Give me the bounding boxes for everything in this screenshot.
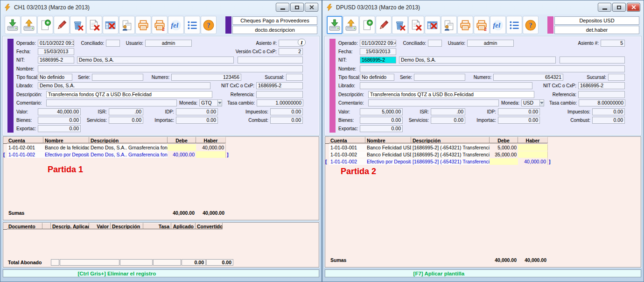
fecha-field[interactable]: 15/03/2013: [38, 48, 74, 55]
operado-field[interactable]: 01/10/2022 09:41: [360, 40, 396, 47]
print-detail-button[interactable]: [474, 16, 490, 34]
tasa-cambio-field[interactable]: 8.00000000: [579, 99, 625, 106]
valor-field[interactable]: 5,000.00: [360, 108, 403, 115]
conciliado-field[interactable]: [106, 40, 120, 47]
delete-detail-button[interactable]: [425, 16, 441, 34]
version-field[interactable]: 2: [279, 48, 303, 55]
fel-button[interactable]: [168, 16, 184, 34]
operado-field[interactable]: 01/10/2022 09:35: [38, 40, 74, 47]
titlebar[interactable]: DPUSD 03/2013 (Marzo de 2013): [322, 0, 644, 14]
tasa-cambio-field[interactable]: 1.00000000: [257, 99, 303, 106]
descripcion-cell[interactable]: Demo Dos, S.A.. Grnasferencia fondos QTZ…: [89, 144, 168, 151]
delete-detail-button[interactable]: [103, 16, 119, 34]
descripcion-field[interactable]: Transferencia fondos QTZ a USD Bco.Felic…: [368, 91, 534, 98]
nombre-cell[interactable]: Efectivo por Depositar: [43, 151, 89, 158]
new-record-button[interactable]: [359, 16, 375, 34]
doc-type-selector[interactable]: Cheques Pago a Proveedores: [232, 16, 317, 25]
save-button[interactable]: [5, 16, 21, 34]
debe-cell[interactable]: [490, 158, 518, 165]
debe-cell[interactable]: [168, 144, 196, 151]
minimize-button[interactable]: [598, 3, 611, 12]
sucursal-field[interactable]: [286, 74, 303, 81]
servicios-field[interactable]: 0.00: [109, 117, 143, 124]
valor-field[interactable]: 40,000.00: [38, 108, 81, 115]
grid-row-selected[interactable]: [ 1-01-01-002 Efectivo por Depositar [16…: [325, 158, 641, 165]
haber-cell[interactable]: [518, 151, 548, 158]
save-button[interactable]: [327, 16, 343, 34]
descripcion-field[interactable]: Transferencia fondos QTZ a USD Bco.Felic…: [46, 91, 212, 98]
delete-record-button[interactable]: [392, 16, 408, 34]
nombre-cell[interactable]: Banco Felicidad USD Cta.01-: [365, 151, 411, 158]
doc-binding-selector[interactable]: docto.descripcion: [232, 26, 317, 34]
numero-field[interactable]: 654321: [493, 74, 563, 81]
nit-nombre-field[interactable]: Demo Dos, S.A.: [77, 56, 234, 63]
cancel-document-button[interactable]: [408, 16, 424, 34]
nit-field[interactable]: 1686995-2: [38, 56, 74, 63]
haber-cell[interactable]: 40,000.00: [196, 144, 226, 151]
haber-cell[interactable]: [518, 144, 548, 151]
copy-button[interactable]: [441, 16, 457, 34]
haber-cell[interactable]: [196, 151, 226, 158]
nit-extra-field[interactable]: [560, 56, 625, 63]
grid-row[interactable]: 1-01-03-002 Banco Felicidad USD Cta.01- …: [325, 151, 641, 158]
maximize-button[interactable]: [290, 3, 304, 12]
nombre-cell[interactable]: Efectivo por Depositar: [365, 158, 411, 165]
delete-record-button[interactable]: [70, 16, 86, 34]
conciliado-field[interactable]: [428, 40, 442, 47]
maximize-button[interactable]: [612, 3, 626, 12]
moneda-dropdown-button[interactable]: [540, 99, 544, 106]
librado-field[interactable]: Demo Dos, S.A.: [38, 82, 210, 89]
grid-row[interactable]: 1-01-03-001 Banco Felicidad USD Cta.01- …: [325, 144, 641, 151]
combust-field[interactable]: 0.00: [270, 117, 303, 124]
moneda-field[interactable]: GTQ: [199, 99, 218, 106]
fel-button[interactable]: [490, 16, 506, 34]
cuenta-cell[interactable]: 1-01-03-001: [329, 144, 365, 151]
print-button[interactable]: [457, 16, 473, 34]
bienes-field[interactable]: 0.00: [360, 117, 403, 124]
close-button[interactable]: [305, 3, 318, 12]
isr-field[interactable]: .00: [109, 108, 143, 115]
serie-field[interactable]: [414, 74, 465, 81]
asiento-field[interactable]: 5: [601, 40, 625, 47]
export-button[interactable]: [21, 16, 37, 34]
nombre-field[interactable]: [360, 65, 625, 72]
nit-extra-field[interactable]: [238, 56, 303, 63]
moneda-dropdown-button[interactable]: [218, 99, 222, 106]
sucursal-field[interactable]: [608, 74, 625, 81]
help-button[interactable]: [523, 16, 539, 34]
fecha-field[interactable]: 15/03/2013: [360, 48, 396, 55]
isr-field[interactable]: .00: [431, 108, 465, 115]
nombre-cell[interactable]: Banco Felicidad USD Cta.01-: [365, 144, 411, 151]
help-button[interactable]: [201, 16, 217, 34]
cuenta-cell[interactable]: 1-01-03-002: [329, 151, 365, 158]
nombre-field[interactable]: [38, 65, 303, 72]
referencia-field[interactable]: [256, 91, 303, 98]
combust-field[interactable]: 0.00: [592, 117, 625, 124]
edit-button[interactable]: [376, 16, 392, 34]
tipo-fiscal-field[interactable]: No definido: [38, 74, 72, 81]
bienes-field[interactable]: 0.00: [38, 117, 81, 124]
nit-nombre-field[interactable]: Demo Dos, S.A.: [399, 56, 556, 63]
doc-type-selector[interactable]: Depositos USD: [554, 16, 639, 25]
print-detail-button[interactable]: [152, 16, 168, 34]
usuario-field[interactable]: admin: [467, 40, 514, 47]
debe-cell[interactable]: 35,000.00: [490, 151, 518, 158]
idp-field[interactable]: 0.00: [176, 108, 218, 115]
list-button[interactable]: [506, 16, 522, 34]
idp-field[interactable]: 0.00: [498, 108, 540, 115]
print-button[interactable]: [135, 16, 151, 34]
importac-field[interactable]: 0.00: [498, 117, 540, 124]
comentario-field[interactable]: [368, 99, 499, 106]
doc-binding-selector[interactable]: det.haber: [554, 26, 639, 34]
italic-info-button[interactable]: I: [298, 39, 306, 46]
nit-cxc-field[interactable]: 1686995-2: [578, 82, 625, 89]
close-button[interactable]: [627, 3, 640, 12]
list-button[interactable]: [184, 16, 200, 34]
export-button[interactable]: [343, 16, 359, 34]
nombre-cell[interactable]: Banco de la felicidad QTZ Ct: [43, 144, 89, 151]
debe-cell[interactable]: 5,000.00: [490, 144, 518, 151]
moneda-field[interactable]: USD: [521, 99, 540, 106]
cuenta-cell[interactable]: 1-01-01-002: [7, 151, 43, 158]
exportac-field[interactable]: 0.00: [360, 125, 403, 132]
descripcion-cell[interactable]: [1686995-2] (-654321) Transferencia fond…: [411, 151, 490, 158]
